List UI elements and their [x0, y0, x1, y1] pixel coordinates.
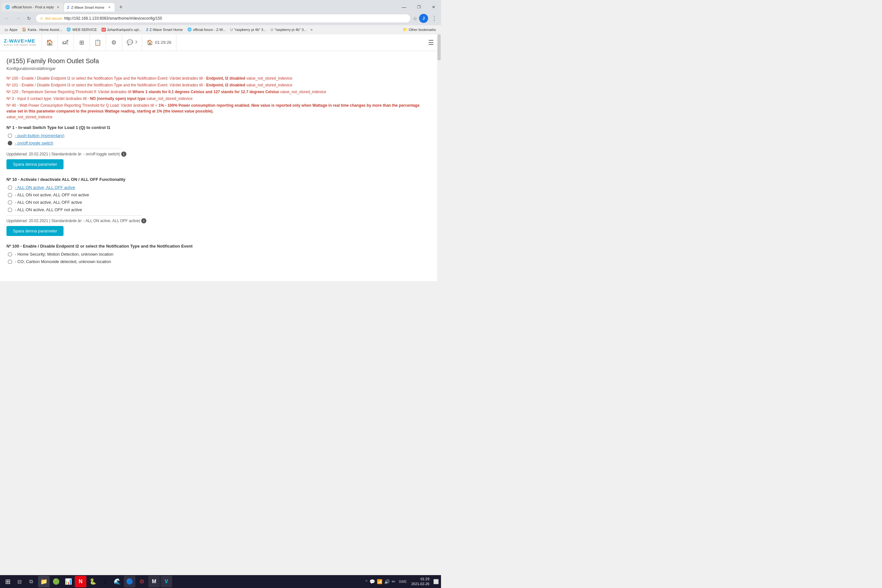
radio-2-3[interactable] — [8, 200, 12, 205]
webservice-label: WEB SERVICE — [72, 28, 97, 32]
forward-button[interactable]: → — [14, 14, 22, 23]
param3-radio-group: - Home Security; Motion Detection, unkno… — [8, 252, 429, 264]
error-1: Nº 100 - Enable / Disable Endpoint I2 or… — [6, 75, 429, 81]
rpi2-label: "raspberry pi 4b" 3... — [274, 28, 307, 32]
refresh-button[interactable]: ↻ — [24, 14, 33, 23]
radio-3-1[interactable] — [8, 252, 12, 256]
bookmark-apps[interactable]: ⚏ Apps — [3, 27, 20, 33]
param-section-1: Nº 1 - In-wall Switch Type for Load 1 (Q… — [6, 125, 429, 169]
bookmark-johan[interactable]: M JohanKarlquist's upl... — [100, 27, 144, 32]
zwm-logo-text: Z-WAVE>ME — [4, 38, 36, 44]
zwavehome-label: Z-Wave Smart Home — [150, 28, 183, 32]
nav-tasks[interactable]: 📋 — [90, 34, 106, 51]
radio-2-2[interactable] — [8, 193, 12, 197]
nav-count[interactable]: 💬 7 — [122, 34, 142, 51]
time-icon: 🏠 — [147, 39, 153, 45]
error-3: Nº 120 - Temperature Sensor Reporting Th… — [6, 89, 429, 95]
nav-home[interactable]: 🏠 — [42, 34, 58, 51]
karta-favicon: 🏠 — [22, 27, 26, 32]
app-container: Z-WAVE>ME BUILDS THE SMART HOME 🏠 🛋 ⊞ 📋 … — [0, 34, 441, 281]
error-2: Nº 101 - Enable / Disable Endpoint I3 or… — [6, 82, 429, 88]
bookmark-webservice[interactable]: 🌐 WEB SERVICE — [64, 27, 99, 32]
param1-radio-group: - push-button (momentary) - on/off toggl… — [8, 133, 429, 146]
tab-1[interactable]: 🌐 official forum - Post a reply ✕ — [2, 3, 63, 12]
param2-option-1[interactable]: - ALL ON active, ALL OFF active — [8, 185, 429, 190]
nav-time-value: 01:29:26 — [155, 40, 171, 45]
param2-title: Nº 10 - Activate / deactivate ALL ON / A… — [6, 177, 429, 182]
param2-option-3[interactable]: - ALL ON not active, ALL OFF active — [8, 200, 429, 205]
star-button[interactable]: ☆ — [412, 15, 417, 22]
bookmark-zwavehome[interactable]: Z Z-Wave Smart Home — [144, 27, 185, 32]
bookmark-karta[interactable]: 🏠 Karta - Home Assist... — [20, 27, 64, 32]
scrollbar[interactable] — [437, 34, 441, 281]
save-param2-button[interactable]: Spara denna parameter — [6, 226, 63, 236]
param1-option-2[interactable]: - on/off toggle switch — [8, 141, 429, 146]
param2-divider — [6, 215, 142, 216]
save-param1-button[interactable]: Spara denna parameter — [6, 159, 63, 169]
profile-button[interactable]: J — [419, 14, 428, 23]
apps-favicon: ⚏ — [4, 27, 8, 32]
bookmark-forum[interactable]: 🌐 official forum - Z-W... — [185, 27, 228, 32]
other-bookmarks[interactable]: 📁 Other bookmarks — [400, 27, 438, 33]
win-maximize-button[interactable]: ❐ — [411, 3, 426, 12]
scrollbar-thumb[interactable] — [438, 34, 441, 60]
radio-2-1[interactable] — [8, 185, 12, 190]
param-section-2: Nº 10 - Activate / deactivate ALL ON / A… — [6, 177, 429, 236]
win-minimize-button[interactable]: — — [396, 3, 411, 12]
settings-icon: ⚙ — [111, 39, 116, 46]
radio-1-1[interactable] — [8, 134, 12, 138]
param2-option-2[interactable]: - ALL ON not active, ALL OFF not active — [8, 192, 429, 197]
tab1-close[interactable]: ✕ — [56, 5, 60, 10]
tab-2[interactable]: Z Z-Wave Smart Home ✕ — [63, 3, 115, 12]
radio-2-4[interactable] — [8, 208, 12, 212]
tab1-favicon: 🌐 — [5, 5, 10, 9]
nav-devices[interactable]: 🛋 — [58, 34, 74, 51]
address-bar[interactable]: ⚠ Not secure http://192.168.1.133:8083/s… — [36, 14, 411, 23]
param2-option-4[interactable]: - ALL ON active, ALL OFF not active — [8, 207, 429, 212]
grid-icon: ⊞ — [79, 39, 84, 46]
zwm-navbar: Z-WAVE>ME BUILDS THE SMART HOME 🏠 🛋 ⊞ 📋 … — [0, 34, 441, 51]
nav-count-value: 7 — [135, 40, 137, 45]
radio-1-2[interactable] — [8, 141, 12, 146]
tab-bar: 🌐 official forum - Post a reply ✕ Z Z-Wa… — [0, 0, 441, 12]
back-button[interactable]: ← — [3, 14, 12, 23]
zwm-logo-sub: BUILDS THE SMART HOME — [4, 44, 36, 46]
folder-icon: 📁 — [403, 27, 408, 32]
info-icon-2[interactable]: i — [141, 218, 146, 224]
home-icon: 🏠 — [46, 39, 53, 46]
more-bookmarks-button[interactable]: » — [309, 27, 314, 32]
param1-divider — [6, 148, 123, 149]
security-label: Not secure — [45, 16, 62, 20]
nav-settings[interactable]: ⚙ — [106, 34, 122, 51]
param3-option-2[interactable]: - CO; Carbon Monoxide detected, unknown … — [8, 259, 429, 264]
param3-option-1[interactable]: - Home Security; Motion Detection, unkno… — [8, 252, 429, 256]
rpi2-favicon: U — [271, 28, 273, 32]
bookmark-rpi2[interactable]: U "raspberry pi 4b" 3... — [269, 27, 309, 32]
nav-grid[interactable]: ⊞ — [74, 34, 90, 51]
nav-time: 🏠 01:29:26 — [142, 34, 176, 51]
param-section-3: Nº 100 - Enable / Disable Endpoint I2 or… — [6, 244, 429, 264]
bookmark-rpi1[interactable]: U "raspberry pi 4b" 3... — [228, 27, 268, 32]
address-text: http://192.168.1.133:8083/smarthome/#/de… — [64, 16, 406, 21]
param1-option-1[interactable]: - push-button (momentary) — [8, 133, 429, 138]
error-messages: Nº 100 - Enable / Disable Endpoint I2 or… — [6, 75, 429, 120]
tasks-icon: 📋 — [94, 39, 101, 46]
page-title: (#155) Family Room Outlet Sofa — [6, 57, 429, 65]
more-button[interactable]: ⋮ — [430, 15, 438, 22]
param2-meta: Uppdaterad: 20.02.2021 | Standardvärde ä… — [6, 218, 429, 224]
radio-3-2[interactable] — [8, 260, 12, 264]
nav-menu-button[interactable]: ☰ — [425, 39, 437, 46]
win-controls: — ❐ ✕ — [396, 3, 441, 12]
zwm-logo: Z-WAVE>ME BUILDS THE SMART HOME — [4, 38, 36, 46]
info-icon-1[interactable]: i — [121, 152, 126, 157]
bookmarks-bar: ⚏ Apps 🏠 Karta - Home Assist... 🌐 WEB SE… — [0, 25, 441, 34]
tab2-close[interactable]: ✕ — [107, 5, 111, 10]
page-subtitle: Konfigurationsinställningar — [6, 66, 429, 71]
forum-favicon: 🌐 — [187, 27, 192, 32]
new-tab-button[interactable]: + — [116, 3, 125, 12]
error-5: Nº 40 - Watt Power Consumption Reporting… — [6, 102, 429, 120]
security-warning-icon: ⚠ — [40, 16, 43, 21]
win-close-button[interactable]: ✕ — [426, 3, 441, 12]
page-content: (#155) Family Room Outlet Sofa Konfigura… — [0, 51, 437, 274]
tab2-label: Z-Wave Smart Home — [71, 6, 105, 9]
